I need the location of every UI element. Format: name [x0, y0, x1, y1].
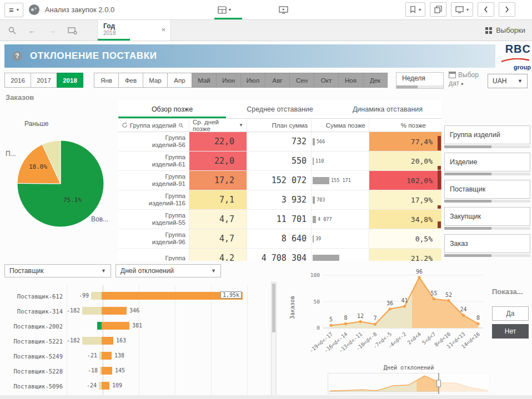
group-cell[interactable]: Группаизделий-61: [118, 151, 189, 170]
month-button-oct[interactable]: Окт: [314, 73, 339, 88]
positive-bar[interactable]: [102, 382, 109, 390]
negative-bar[interactable]: [91, 292, 102, 300]
year-button-2016[interactable]: 2016: [4, 73, 31, 88]
data-point[interactable]: [462, 314, 465, 317]
listbox-scrollbar[interactable]: [444, 227, 530, 230]
listbox-scrollbar[interactable]: [444, 254, 530, 257]
positive-bar[interactable]: [102, 352, 112, 360]
positive-bar[interactable]: [102, 322, 129, 330]
selection-chip-year[interactable]: Год 2018 ×: [97, 20, 171, 41]
listbox-order[interactable]: Заказ: [444, 234, 530, 253]
data-point[interactable]: [418, 276, 420, 279]
scrollbar-thumb[interactable]: [444, 173, 491, 175]
date-picker[interactable]: Выбор дат ▾: [449, 71, 485, 88]
bar-category-label[interactable]: Поставщик-5221: [4, 338, 66, 345]
step-forward-button[interactable]: →: [47, 25, 58, 36]
negative-bar[interactable]: [82, 307, 102, 315]
group-cell[interactable]: Группа: [118, 249, 189, 261]
previous-sheet-button[interactable]: [478, 2, 494, 17]
listbox-product-group[interactable]: Группа изделий: [444, 125, 530, 144]
month-button-aug[interactable]: Авг: [265, 73, 290, 88]
week-scrollbar[interactable]: [397, 85, 443, 88]
no-button[interactable]: Нет: [492, 324, 529, 339]
group-cell[interactable]: Группаизделий-91: [118, 171, 189, 190]
pie-label-late[interactable]: П...: [6, 150, 16, 158]
listbox-purchaser[interactable]: Закупщик: [444, 207, 530, 226]
duplicate-sheet-button[interactable]: [430, 2, 446, 17]
tab-avg-lag[interactable]: Среднее отставание: [226, 100, 334, 118]
scrollbar-thumb[interactable]: [444, 227, 491, 230]
pie-label-ontime[interactable]: Вов...: [91, 215, 108, 223]
next-sheet-button[interactable]: [499, 2, 515, 17]
listbox-scrollbar[interactable]: [444, 173, 530, 175]
header-pct-late[interactable]: % позже: [369, 119, 441, 132]
bar-category-label[interactable]: Поставщик-2002: [4, 323, 66, 330]
data-point[interactable]: [359, 320, 362, 323]
data-point[interactable]: [476, 322, 479, 325]
listbox-week[interactable]: Неделя: [396, 72, 444, 89]
refresh-icon[interactable]: [122, 122, 128, 128]
listbox-scrollbar[interactable]: [444, 200, 530, 203]
group-cell[interactable]: Группаизделий-55: [118, 210, 189, 229]
range-navigator[interactable]: [328, 373, 490, 395]
step-back-button[interactable]: ←: [27, 25, 38, 36]
month-button-nov[interactable]: Ноя: [338, 73, 363, 88]
header-product-group[interactable]: Группа изделий: [118, 119, 189, 132]
bar-category-label[interactable]: Поставщик-5249: [4, 353, 66, 360]
month-button-feb[interactable]: Фев: [118, 73, 143, 88]
search-icon[interactable]: [178, 123, 184, 128]
yes-button[interactable]: Да: [492, 306, 529, 321]
positive-bar[interactable]: [102, 307, 127, 315]
negative-bar[interactable]: [82, 337, 102, 345]
data-point[interactable]: [344, 322, 347, 325]
measure-dropdown[interactable]: Дней отклонений ▼: [116, 264, 221, 277]
presentation-button[interactable]: [279, 6, 288, 14]
dimension-dropdown[interactable]: Поставщик ▼: [4, 264, 111, 277]
listbox-product[interactable]: Изделие: [444, 153, 530, 171]
bar-category-label[interactable]: Поставщик-5228: [4, 368, 66, 375]
month-button-mar[interactable]: Мар: [143, 73, 168, 88]
clear-selections-button[interactable]: [67, 25, 78, 36]
data-point[interactable]: [374, 323, 377, 326]
group-cell[interactable]: Группаизделий-96: [118, 229, 189, 248]
currency-select[interactable]: UAH ▼: [488, 74, 528, 88]
group-cell[interactable]: Группаизделий-116: [118, 190, 189, 209]
selected-green-bar[interactable]: [97, 322, 102, 330]
close-icon[interactable]: ×: [161, 26, 165, 34]
data-point[interactable]: [403, 305, 406, 308]
header-avg-days-late[interactable]: Ср. дней позже ▼: [189, 119, 247, 132]
scrollbar-thumb[interactable]: [444, 200, 491, 203]
month-button-may[interactable]: Май: [192, 73, 217, 88]
bar-category-label[interactable]: Поставщик-314: [4, 308, 66, 315]
scrollbar-thumb[interactable]: [444, 254, 491, 257]
tab-lag-dynamics[interactable]: Динамика отставания: [334, 100, 441, 118]
global-menu-button[interactable]: ≡ ▾: [4, 3, 23, 17]
year-button-2017[interactable]: 2017: [31, 73, 57, 88]
bar-category-label[interactable]: Поставщик-612: [4, 293, 66, 300]
month-button-sep[interactable]: Сен: [289, 73, 314, 88]
bookmark-button[interactable]: ▾: [405, 2, 425, 17]
year-button-2018[interactable]: 2018: [57, 73, 83, 88]
navigator-handle-grip[interactable]: [437, 380, 441, 387]
tab-late-overview[interactable]: Обзор позже: [118, 100, 226, 118]
orders-pie-chart[interactable]: [4, 125, 117, 248]
pie-label-early[interactable]: Раньше: [24, 120, 48, 128]
data-point[interactable]: [388, 307, 391, 310]
month-button-jun[interactable]: Июн: [216, 73, 241, 88]
sheet-view-button[interactable]: ▾: [218, 6, 231, 14]
listbox-supplier[interactable]: Поставщик: [444, 180, 530, 199]
group-cell[interactable]: Группаизделий-56: [118, 132, 189, 151]
month-button-jul[interactable]: Июл: [240, 73, 265, 88]
help-icon[interactable]: ?: [12, 51, 22, 61]
data-point[interactable]: [329, 324, 332, 327]
header-late-sum[interactable]: Сумма позже: [312, 119, 369, 132]
data-point[interactable]: [433, 297, 435, 300]
positive-bar[interactable]: [102, 337, 113, 345]
sheet-navigator-button[interactable]: ▾: [451, 2, 473, 17]
data-point[interactable]: [447, 299, 450, 302]
scrollbar-thumb[interactable]: [272, 284, 275, 332]
month-button-apr[interactable]: Апр: [167, 73, 192, 88]
month-button-dec[interactable]: Дек: [363, 73, 388, 88]
positive-bar[interactable]: [102, 367, 112, 375]
selections-toggle[interactable]: Выборки: [485, 20, 525, 41]
